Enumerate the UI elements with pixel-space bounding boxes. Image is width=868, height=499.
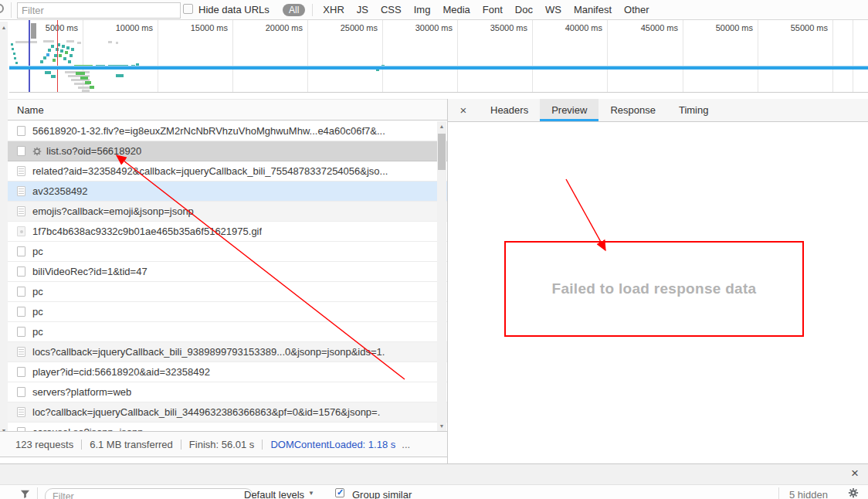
scrollbar-thumb[interactable] [438,134,446,170]
request-row[interactable]: related?aid=32358492&callback=jqueryCall… [8,161,447,182]
waterfall-mark [78,87,90,89]
tab-preview[interactable]: Preview [540,99,598,121]
close-icon[interactable]: × [448,99,479,121]
timeline-gridline [307,20,308,92]
filter-manifest[interactable]: Manifest [574,4,612,15]
tab-timing[interactable]: Timing [667,99,721,121]
separator [81,440,82,450]
document-icon [17,327,25,337]
tab-response[interactable]: Response [598,99,667,121]
request-row[interactable]: biliVideoRec?id=1&tid=47 [8,262,447,282]
request-row[interactable]: pc [8,302,447,322]
waterfall-mark [15,62,18,64]
request-row[interactable]: player?id=cid:56618920&aid=32358492 [8,362,447,382]
request-name: list.so?oid=56618920 [46,145,141,157]
filter-doc[interactable]: Doc [515,4,533,15]
left-scrollbar-track[interactable]: ▼ ‥ [0,93,8,457]
close-drawer-icon[interactable]: × [851,466,859,481]
request-row[interactable]: pc [8,322,447,342]
waterfall-mark [80,76,88,80]
requests-table-header: Name [8,99,447,121]
request-row[interactable]: emojis?callback=emoji&jsonp=jsonp [8,202,447,222]
request-row[interactable]: servers?platform=web [8,382,447,402]
left-scrollbar-track[interactable]: ▲ [0,22,8,93]
timeline-gridline [83,20,83,92]
request-row[interactable]: av32358492 [8,182,447,202]
separator [778,487,779,499]
document-icon [17,266,25,277]
group-similar-checkbox[interactable] [335,488,344,497]
network-overview-timeline[interactable]: 5000 ms10000 ms15000 ms20000 ms25000 ms3… [9,20,868,93]
timeline-tick-label: 40000 ms [536,23,602,32]
request-name: locs?callback=jqueryCallback_bili_938989… [32,346,385,358]
timeline-tick-label: 25000 ms [311,23,378,32]
filter-js[interactable]: JS [357,4,368,15]
filter-funnel-icon[interactable] [20,488,30,499]
log-levels-dropdown[interactable]: Default levels [244,489,304,499]
gear-icon [32,147,42,156]
request-row[interactable]: 56618920-1-32.flv?e=ig8euxZM2rNcNbRVhzuV… [8,121,447,141]
request-name: servers?platform=web [32,386,131,398]
network-filter-bar: Hide data URLs AllXHRJSCSSImgMediaFontDo… [0,0,868,20]
waterfall-mark [12,48,14,50]
request-row[interactable]: loc?callback=jqueryCallback_bili_3449632… [8,402,447,423]
filter-xhr[interactable]: XHR [323,4,344,15]
request-row[interactable]: locs?callback=jqueryCallback_bili_938989… [8,342,447,362]
filter-css[interactable]: CSS [381,4,402,15]
document-icon [17,287,25,297]
separator [11,2,12,18]
load-event-line [57,20,58,92]
document-icon [17,307,25,317]
console-settings-gear-icon[interactable] [848,487,859,499]
waterfall-mark [85,81,91,84]
request-row[interactable]: 1f7bc4b638ac9332c9b01ae465b35a6f51621975… [8,222,447,242]
console-filter-input[interactable] [45,488,253,499]
script-icon [17,186,25,196]
document-icon [17,146,25,156]
filter-ws[interactable]: WS [545,4,561,15]
waterfall-mark [15,41,37,43]
waterfall-mark [71,48,74,51]
waterfall-mark [65,51,68,54]
request-row[interactable]: pc [8,282,447,302]
scroll-up-icon[interactable]: ▲ [437,124,446,129]
filter-other[interactable]: Other [624,4,649,15]
timeline-gridline [683,20,683,92]
timeline-gridline [758,20,758,92]
separator [312,4,313,16]
name-column-header[interactable]: Name [17,104,44,116]
tab-headers[interactable]: Headers [479,99,540,121]
timeline-tick-label: 35000 ms [461,23,527,32]
chevron-down-icon[interactable]: ▼ [308,490,314,497]
script-icon [17,206,25,216]
record-button[interactable] [0,4,4,13]
console-toolbar: Default levels ▼ Group similar 5 hidden [0,484,868,499]
overview-scroll-thumb[interactable] [31,23,36,39]
timeline-gridline [853,20,853,92]
request-row[interactable]: carousel.so?jsonp=jsonp [8,423,447,431]
scroll-up-icon[interactable]: ▲ [0,24,8,32]
drawer-header-bar: × [0,463,868,484]
request-name: av32358492 [32,185,88,197]
request-row[interactable]: list.so?oid=56618920 [8,141,447,161]
request-row[interactable]: pc [8,242,447,262]
timeline-tick-label: 10000 ms [86,23,153,32]
waterfall-mark [116,74,124,77]
hide-data-urls-checkbox[interactable] [183,4,193,14]
timeline-gridline [532,20,533,92]
list-scrollbar[interactable]: ▲ ▼ [437,121,446,431]
filter-all[interactable]: All [283,4,305,16]
network-filter-input[interactable] [17,2,181,19]
filter-img[interactable]: Img [414,4,431,15]
timeline-tick-label: 50000 ms [687,23,753,32]
filter-font[interactable]: Font [483,4,503,15]
filter-media[interactable]: Media [442,4,470,15]
detail-tab-bar: × Headers Preview Response Timing [448,99,868,122]
timeline-gridline [232,20,233,92]
waterfall-mark [77,42,81,44]
scroll-down-icon[interactable]: ▼ [437,423,446,429]
waterfall-mark [14,57,16,59]
request-name: pc [32,286,43,297]
requests-table: 56618920-1-32.flv?e=ig8euxZM2rNcNbRVhzuV… [8,121,447,431]
request-name: pc [32,246,43,257]
